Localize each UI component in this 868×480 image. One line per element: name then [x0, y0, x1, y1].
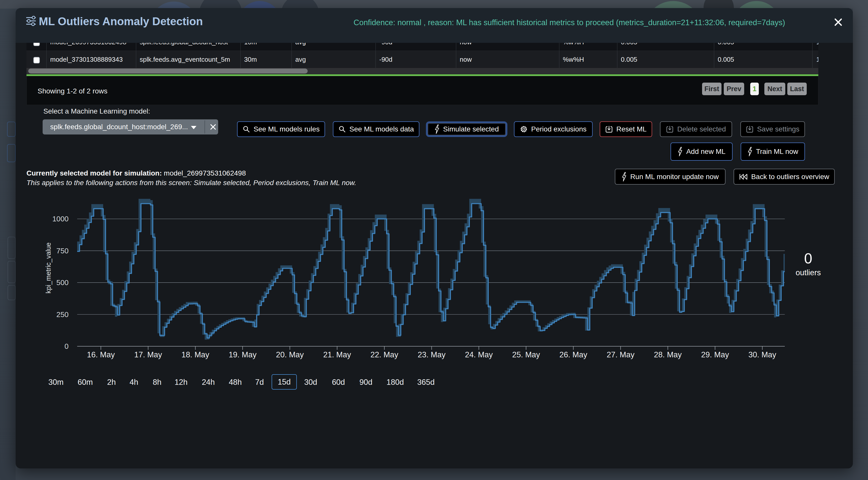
svg-text:22. May: 22. May [370, 350, 398, 359]
svg-text:500: 500 [57, 278, 69, 286]
svg-text:kpi_metric_value: kpi_metric_value [44, 242, 52, 294]
svg-text:25. May: 25. May [512, 350, 540, 359]
svg-text:26. May: 26. May [559, 350, 587, 359]
svg-text:21. May: 21. May [323, 350, 351, 359]
svg-text:250: 250 [57, 310, 69, 318]
svg-text:19. May: 19. May [229, 350, 257, 359]
svg-text:29. May: 29. May [701, 350, 729, 359]
svg-text:30. May: 30. May [748, 350, 776, 359]
svg-text:28. May: 28. May [654, 350, 682, 359]
svg-text:24. May: 24. May [465, 350, 493, 359]
svg-text:17. May: 17. May [134, 350, 162, 359]
svg-text:23. May: 23. May [417, 350, 445, 359]
svg-text:16. May: 16. May [87, 350, 115, 359]
svg-text:27. May: 27. May [607, 350, 635, 359]
svg-text:750: 750 [57, 247, 69, 255]
svg-text:20. May: 20. May [276, 350, 304, 359]
svg-text:18. May: 18. May [182, 350, 210, 359]
svg-text:0: 0 [65, 342, 69, 350]
svg-text:1000: 1000 [52, 215, 69, 223]
